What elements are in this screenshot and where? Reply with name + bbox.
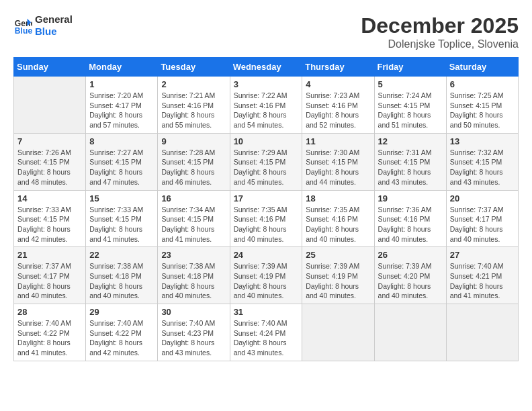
header-cell-friday: Friday	[374, 58, 446, 77]
day-number: 30	[161, 307, 226, 317]
header-cell-tuesday: Tuesday	[158, 58, 230, 77]
day-number: 22	[89, 250, 154, 260]
header-row: SundayMondayTuesdayWednesdayThursdayFrid…	[14, 58, 519, 77]
month-year: December 2025	[361, 13, 519, 38]
day-number: 11	[306, 136, 370, 146]
calendar-cell: 29Sunrise: 7:40 AM Sunset: 4:22 PM Dayli…	[86, 304, 158, 361]
calendar-cell: 2Sunrise: 7:21 AM Sunset: 4:16 PM Daylig…	[158, 77, 230, 134]
day-info: Sunrise: 7:35 AM Sunset: 4:16 PM Dayligh…	[234, 205, 299, 244]
day-info: Sunrise: 7:37 AM Sunset: 4:17 PM Dayligh…	[17, 261, 82, 301]
calendar-cell: 12Sunrise: 7:31 AM Sunset: 4:15 PM Dayli…	[374, 133, 446, 190]
header-cell-monday: Monday	[86, 58, 158, 77]
title-block: December 2025 Dolenjske Toplice, Sloveni…	[361, 13, 519, 50]
logo-blue: Blue	[35, 26, 73, 38]
calendar-cell: 14Sunrise: 7:33 AM Sunset: 4:15 PM Dayli…	[14, 190, 86, 247]
day-info: Sunrise: 7:37 AM Sunset: 4:17 PM Dayligh…	[450, 205, 515, 244]
day-number: 10	[234, 136, 299, 146]
day-number: 3	[234, 79, 299, 89]
day-info: Sunrise: 7:32 AM Sunset: 4:15 PM Dayligh…	[450, 148, 515, 187]
week-row-3: 14Sunrise: 7:33 AM Sunset: 4:15 PM Dayli…	[14, 190, 519, 247]
day-info: Sunrise: 7:40 AM Sunset: 4:22 PM Dayligh…	[17, 318, 82, 358]
week-row-5: 28Sunrise: 7:40 AM Sunset: 4:22 PM Dayli…	[14, 304, 519, 361]
calendar-cell: 28Sunrise: 7:40 AM Sunset: 4:22 PM Dayli…	[14, 304, 86, 361]
calendar-cell: 3Sunrise: 7:22 AM Sunset: 4:16 PM Daylig…	[230, 77, 302, 134]
week-row-2: 7Sunrise: 7:26 AM Sunset: 4:15 PM Daylig…	[14, 133, 519, 190]
day-info: Sunrise: 7:40 AM Sunset: 4:21 PM Dayligh…	[450, 261, 515, 301]
logo-general: General	[35, 13, 73, 26]
calendar-body: 1Sunrise: 7:20 AM Sunset: 4:17 PM Daylig…	[14, 77, 519, 361]
calendar-cell: 26Sunrise: 7:39 AM Sunset: 4:20 PM Dayli…	[374, 247, 446, 304]
svg-text:Blue: Blue	[15, 26, 32, 35]
calendar-cell: 10Sunrise: 7:29 AM Sunset: 4:15 PM Dayli…	[230, 133, 302, 190]
calendar-cell: 31Sunrise: 7:40 AM Sunset: 4:24 PM Dayli…	[230, 304, 302, 361]
calendar-cell: 24Sunrise: 7:39 AM Sunset: 4:19 PM Dayli…	[230, 247, 302, 304]
day-info: Sunrise: 7:30 AM Sunset: 4:15 PM Dayligh…	[306, 148, 370, 187]
day-info: Sunrise: 7:29 AM Sunset: 4:15 PM Dayligh…	[234, 148, 299, 187]
calendar-cell	[446, 304, 518, 361]
day-info: Sunrise: 7:21 AM Sunset: 4:16 PM Dayligh…	[161, 91, 226, 130]
day-info: Sunrise: 7:36 AM Sunset: 4:16 PM Dayligh…	[378, 205, 443, 244]
day-info: Sunrise: 7:38 AM Sunset: 4:18 PM Dayligh…	[89, 261, 154, 301]
calendar-cell: 30Sunrise: 7:40 AM Sunset: 4:23 PM Dayli…	[158, 304, 230, 361]
day-number: 7	[17, 136, 82, 146]
header-cell-saturday: Saturday	[446, 58, 518, 77]
page-header: General Blue General Blue December 2025 …	[13, 13, 519, 50]
day-info: Sunrise: 7:40 AM Sunset: 4:22 PM Dayligh…	[89, 318, 154, 358]
calendar-cell: 23Sunrise: 7:38 AM Sunset: 4:18 PM Dayli…	[158, 247, 230, 304]
day-info: Sunrise: 7:38 AM Sunset: 4:18 PM Dayligh…	[161, 261, 226, 301]
header-cell-wednesday: Wednesday	[230, 58, 302, 77]
day-number: 5	[378, 79, 443, 89]
day-number: 24	[234, 250, 299, 260]
calendar-cell: 7Sunrise: 7:26 AM Sunset: 4:15 PM Daylig…	[14, 133, 86, 190]
calendar-cell: 8Sunrise: 7:27 AM Sunset: 4:15 PM Daylig…	[86, 133, 158, 190]
calendar-cell: 9Sunrise: 7:28 AM Sunset: 4:15 PM Daylig…	[158, 133, 230, 190]
day-info: Sunrise: 7:33 AM Sunset: 4:15 PM Dayligh…	[17, 205, 82, 244]
day-info: Sunrise: 7:23 AM Sunset: 4:16 PM Dayligh…	[306, 91, 370, 130]
header-cell-thursday: Thursday	[302, 58, 374, 77]
calendar-cell	[302, 304, 374, 361]
calendar-cell: 6Sunrise: 7:25 AM Sunset: 4:15 PM Daylig…	[446, 77, 518, 134]
calendar-cell: 22Sunrise: 7:38 AM Sunset: 4:18 PM Dayli…	[86, 247, 158, 304]
day-number: 2	[161, 79, 226, 89]
day-info: Sunrise: 7:20 AM Sunset: 4:17 PM Dayligh…	[89, 91, 154, 130]
location: Dolenjske Toplice, Slovenia	[361, 38, 519, 50]
calendar-cell	[374, 304, 446, 361]
week-row-4: 21Sunrise: 7:37 AM Sunset: 4:17 PM Dayli…	[14, 247, 519, 304]
day-number: 15	[89, 193, 154, 203]
week-row-1: 1Sunrise: 7:20 AM Sunset: 4:17 PM Daylig…	[14, 77, 519, 134]
calendar-cell: 19Sunrise: 7:36 AM Sunset: 4:16 PM Dayli…	[374, 190, 446, 247]
day-info: Sunrise: 7:31 AM Sunset: 4:15 PM Dayligh…	[378, 148, 443, 187]
day-number: 19	[378, 193, 443, 203]
day-number: 27	[450, 250, 515, 260]
day-number: 31	[234, 307, 299, 317]
day-number: 26	[378, 250, 443, 260]
logo: General Blue General Blue	[13, 13, 73, 38]
day-number: 14	[17, 193, 82, 203]
day-number: 13	[450, 136, 515, 146]
calendar-cell: 20Sunrise: 7:37 AM Sunset: 4:17 PM Dayli…	[446, 190, 518, 247]
day-info: Sunrise: 7:39 AM Sunset: 4:19 PM Dayligh…	[306, 261, 370, 301]
day-number: 25	[306, 250, 370, 260]
calendar-cell: 15Sunrise: 7:33 AM Sunset: 4:15 PM Dayli…	[86, 190, 158, 247]
day-info: Sunrise: 7:40 AM Sunset: 4:24 PM Dayligh…	[234, 318, 299, 358]
calendar-cell: 21Sunrise: 7:37 AM Sunset: 4:17 PM Dayli…	[14, 247, 86, 304]
day-number: 17	[234, 193, 299, 203]
calendar-cell: 5Sunrise: 7:24 AM Sunset: 4:15 PM Daylig…	[374, 77, 446, 134]
day-number: 4	[306, 79, 370, 89]
calendar-cell: 18Sunrise: 7:35 AM Sunset: 4:16 PM Dayli…	[302, 190, 374, 247]
calendar-cell: 25Sunrise: 7:39 AM Sunset: 4:19 PM Dayli…	[302, 247, 374, 304]
day-info: Sunrise: 7:28 AM Sunset: 4:15 PM Dayligh…	[161, 148, 226, 187]
day-number: 1	[89, 79, 154, 89]
day-number: 21	[17, 250, 82, 260]
day-number: 8	[89, 136, 154, 146]
day-info: Sunrise: 7:24 AM Sunset: 4:15 PM Dayligh…	[378, 91, 443, 130]
day-info: Sunrise: 7:25 AM Sunset: 4:15 PM Dayligh…	[450, 91, 515, 130]
day-info: Sunrise: 7:40 AM Sunset: 4:23 PM Dayligh…	[161, 318, 226, 358]
day-info: Sunrise: 7:35 AM Sunset: 4:16 PM Dayligh…	[306, 205, 370, 244]
header-cell-sunday: Sunday	[14, 58, 86, 77]
day-info: Sunrise: 7:26 AM Sunset: 4:15 PM Dayligh…	[17, 148, 82, 187]
day-number: 6	[450, 79, 515, 89]
calendar-cell: 4Sunrise: 7:23 AM Sunset: 4:16 PM Daylig…	[302, 77, 374, 134]
day-info: Sunrise: 7:34 AM Sunset: 4:15 PM Dayligh…	[161, 205, 226, 244]
calendar-cell: 27Sunrise: 7:40 AM Sunset: 4:21 PM Dayli…	[446, 247, 518, 304]
